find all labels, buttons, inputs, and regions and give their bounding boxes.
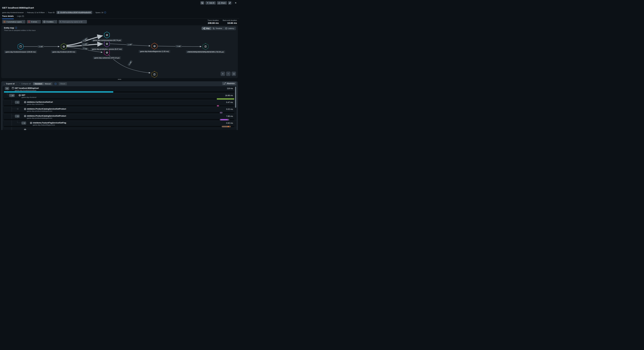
edge-call-count-label: 1 call (176, 45, 182, 48)
entities-filter[interactable]: 8 entities ⌄ (42, 20, 57, 24)
span-count-badge[interactable]: › 1 (22, 122, 26, 125)
span-row[interactable]: oteldemo.ProductCatalogService/GetProduc… (2, 107, 236, 114)
span-bar[interactable] (4, 91, 113, 93)
span-count: 1 (24, 122, 25, 124)
fit-view-button[interactable] (232, 72, 236, 76)
errors-icon (28, 21, 30, 23)
mode-standard-button[interactable]: Standard (33, 83, 44, 85)
meta-timestamp: February 12 at 9:08am (27, 12, 45, 14)
trace-meta: game-day-frontend-browser | February 12 … (2, 11, 106, 14)
spans-count-label: Spans: 16 (96, 12, 103, 14)
notes-button[interactable] (200, 1, 204, 5)
span-service: game-day-frontend-browser (15, 89, 36, 91)
span-row[interactable]: › 14 GET game-day-frontend 18.66 ms (2, 93, 236, 100)
span-row[interactable] (2, 128, 236, 130)
zoom-out-button[interactable]: − (226, 72, 230, 76)
db-icon (202, 43, 208, 50)
entity-node-unknown[interactable] (202, 43, 208, 50)
span-count: 1 (18, 102, 18, 103)
entity-node-currency[interactable] (104, 32, 110, 38)
backend-duration-label: Back-end duration (223, 19, 237, 21)
span-count-badge[interactable]: › 1 (15, 101, 20, 104)
globe-icon (30, 122, 32, 124)
span-bar[interactable] (217, 105, 219, 107)
entity-node-browser[interactable] (18, 43, 24, 50)
globe-icon (24, 108, 26, 110)
entity-node-featureflag[interactable] (152, 43, 157, 50)
info-icon[interactable]: i (15, 27, 17, 29)
backend-duration: Back-end duration 18.66 ms (223, 19, 237, 24)
map-zoom-controls: + − (220, 72, 236, 76)
span-service: game-day-featureflagservice (33, 124, 55, 126)
span-row[interactable]: › 1 oteldemo.CartService/GetCart game-da… (2, 100, 236, 107)
entity-map-title-text: Entity map (4, 27, 14, 29)
span-service: game-day-productcatalogservice (27, 110, 52, 112)
span-search-input[interactable] (62, 21, 86, 23)
span-count-badge[interactable]: › 14 (9, 94, 15, 97)
info-icon[interactable]: i (104, 12, 106, 14)
share-icon (218, 2, 220, 4)
panel-resize-handle[interactable] (0, 79, 239, 80)
span-bar-segment (228, 119, 229, 120)
entities-label: 8 entities (46, 21, 54, 23)
copy-link-button[interactable] (228, 1, 232, 5)
collapse-all-button[interactable]: ⌃ Collapse all (19, 83, 31, 85)
span-bar-segment (218, 105, 219, 106)
span-bar[interactable] (220, 112, 222, 113)
mode-switcher: Standard Manual (33, 82, 52, 85)
entity-node-redis[interactable] (152, 71, 157, 78)
expand-all-button[interactable]: ⌄ Expand all (4, 83, 14, 85)
reset-button[interactable]: Reset (59, 82, 67, 85)
span-count-badge[interactable]: 15 (5, 87, 9, 90)
globe-icon (61, 43, 67, 50)
ask-ai-button[interactable]: ✦ Ask AI (206, 1, 216, 5)
globe-icon (24, 115, 26, 117)
spans-count: Spans: 16 i (96, 12, 106, 14)
divider: | (25, 12, 26, 14)
close-button[interactable]: ✕ (234, 2, 237, 4)
anomalous-spans-label: 0 anomalous spans (6, 21, 22, 23)
entity-map-subtitle: There are 8 sampled entities in this tra… (4, 30, 36, 31)
span-row[interactable]: › 1 /oteldemo.FeatureFlagService/GetFlag… (2, 121, 236, 128)
chevron-right-icon: › (10, 95, 11, 96)
view-timeline-button[interactable]: Timeline (211, 27, 224, 30)
entity-node-frontend[interactable] (61, 43, 67, 50)
span-row[interactable]: › 3 oteldemo.ProductCatalogService/GetPr… (2, 114, 236, 121)
view-map-label: Map (206, 28, 210, 29)
edge-call-count-label: 1 call (82, 47, 88, 51)
zoom-in-button[interactable]: + (220, 72, 225, 76)
span-bar[interactable] (217, 98, 234, 100)
trace-id-pill[interactable]: 32c087ec434bce28367e5a684da8a500 (56, 11, 92, 14)
span-track (4, 98, 234, 100)
share-button[interactable]: Share (217, 1, 227, 5)
vertical-scrollbar[interactable] (235, 87, 236, 108)
span-count-badge[interactable]: › 3 (15, 115, 20, 118)
span-search[interactable] (58, 20, 87, 24)
trace-id-value: 32c087ec434bce28367e5a684da8a500 (60, 12, 91, 14)
latency-view-icon (225, 27, 227, 30)
view-map-button[interactable]: Map (202, 27, 211, 30)
chevron-down-icon: ⌄ (38, 21, 40, 23)
maximize-label: Maximize (227, 82, 235, 85)
fit-view-icon (233, 73, 235, 75)
view-latency-button[interactable]: Latency (224, 27, 236, 30)
browser-icon (18, 43, 24, 50)
edge-call-count-label: 2 calls (81, 43, 88, 46)
errors-filter[interactable]: 0 errors ⌄ (27, 20, 41, 24)
entity-node-label: game-day-cartservice (473.14 µs) (93, 57, 121, 59)
map-view-icon (203, 28, 205, 30)
span-row[interactable]: 15 GET localhost:8080/api/cart game-day-… (2, 86, 236, 93)
span-track (4, 91, 234, 93)
mode-manual-button[interactable]: Manual (44, 83, 52, 85)
span-bar-segment (221, 112, 222, 113)
ask-ai-label: Ask AI (209, 2, 214, 4)
maximize-button[interactable]: Maximize (222, 82, 236, 85)
globe-icon (24, 101, 26, 103)
info-icon[interactable]: i (54, 83, 56, 85)
divider: | (94, 12, 94, 14)
anomalous-spans-filter[interactable]: 0 anomalous spans ⌄ (2, 20, 26, 24)
span-duration: 0.02 ms (226, 108, 233, 110)
span-bar[interactable] (222, 126, 231, 127)
span-bar[interactable] (220, 119, 229, 120)
globe-icon (152, 43, 157, 50)
